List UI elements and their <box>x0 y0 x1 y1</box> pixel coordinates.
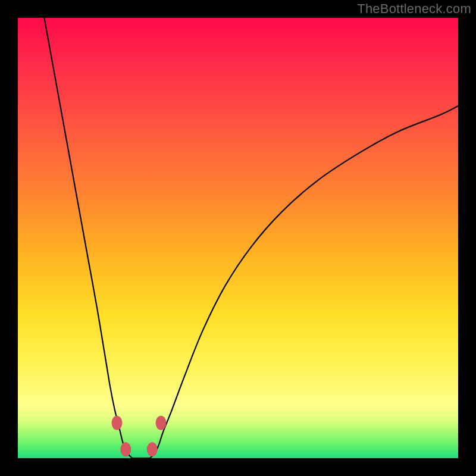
curve-svg <box>18 18 458 458</box>
valley-marker <box>112 416 123 430</box>
chart-frame: TheBottleneck.com <box>0 0 476 476</box>
valley-markers-group <box>112 416 167 456</box>
watermark-text: TheBottleneck.com <box>357 1 471 17</box>
valley-marker <box>147 442 158 456</box>
curve-left-branch <box>44 18 132 458</box>
plot-area <box>18 18 458 458</box>
valley-marker <box>120 442 131 456</box>
curve-right-branch <box>150 106 458 458</box>
valley-marker <box>156 416 167 430</box>
